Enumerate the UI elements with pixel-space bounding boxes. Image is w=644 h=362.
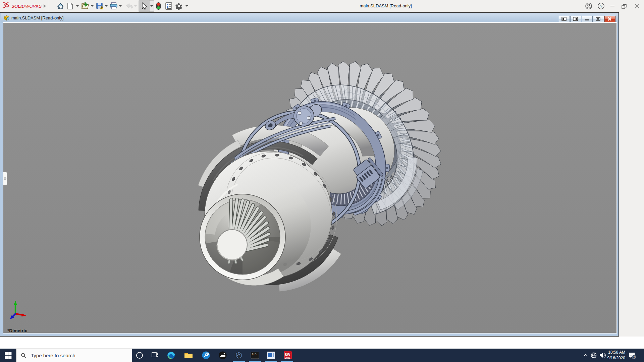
svg-text:SOLID: SOLID (11, 4, 25, 9)
svg-text:?: ? (600, 4, 602, 9)
svg-text:2: 2 (633, 356, 635, 359)
svg-text:C:\: C:\ (252, 353, 257, 356)
svg-text:WORKS: WORKS (25, 4, 42, 9)
svg-text:SW: SW (285, 353, 290, 357)
svg-text:2020: 2020 (285, 357, 290, 359)
svg-text:*Dimetric: *Dimetric (7, 328, 28, 333)
